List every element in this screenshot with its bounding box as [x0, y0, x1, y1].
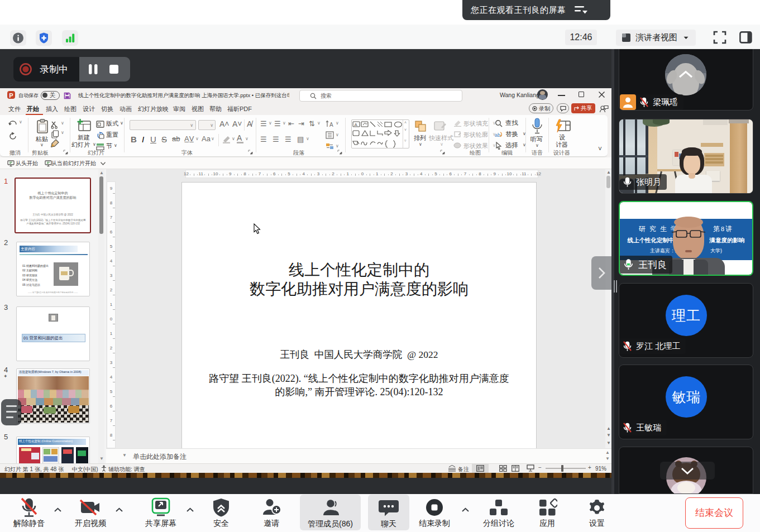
svg-text:A: A	[355, 122, 358, 127]
svg-text:A: A	[329, 122, 333, 128]
svg-text:ab: ab	[495, 132, 500, 138]
